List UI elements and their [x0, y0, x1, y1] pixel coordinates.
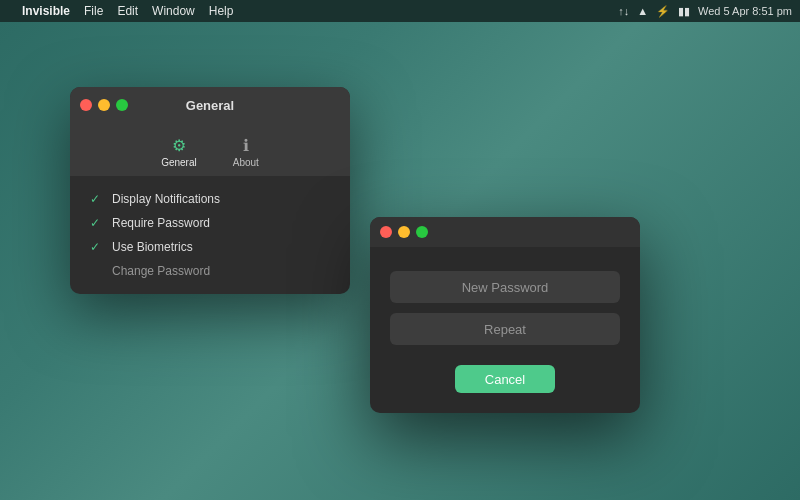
clock-display: Wed 5 Apr 8:51 pm — [698, 5, 792, 17]
general-tab-icon: ⚙ — [169, 135, 189, 155]
menu-file[interactable]: File — [84, 4, 103, 18]
check-notifications-icon: ✓ — [90, 192, 104, 206]
change-password-link[interactable]: Change Password — [112, 264, 330, 278]
general-titlebar: General — [70, 87, 350, 123]
general-window: General ⚙ General ℹ About ✓ Display Noti… — [70, 87, 350, 294]
minimize-button[interactable] — [98, 99, 110, 111]
network-icon: ↑↓ — [618, 5, 629, 17]
tab-general[interactable]: ⚙ General — [153, 131, 205, 172]
general-title: General — [186, 98, 234, 113]
general-content: ✓ Display Notifications ✓ Require Passwo… — [70, 176, 350, 294]
menu-help[interactable]: Help — [209, 4, 234, 18]
check-biometrics-icon: ✓ — [90, 240, 104, 254]
general-tabs: ⚙ General ℹ About — [70, 123, 350, 176]
cancel-button[interactable]: Cancel — [455, 365, 555, 393]
maximize-button[interactable] — [116, 99, 128, 111]
bluetooth-icon: ⚡ — [656, 5, 670, 18]
new-password-input[interactable] — [390, 271, 620, 303]
desktop: General ⚙ General ℹ About ✓ Display Noti… — [0, 22, 800, 500]
password-titlebar — [370, 217, 640, 247]
password-window-controls — [380, 226, 428, 238]
password-label: Require Password — [112, 216, 210, 230]
password-maximize-button[interactable] — [416, 226, 428, 238]
close-button[interactable] — [80, 99, 92, 111]
password-close-button[interactable] — [380, 226, 392, 238]
menubar: Invisible File Edit Window Help ↑↓ ▲ ⚡ ▮… — [0, 0, 800, 22]
about-tab-icon: ℹ — [236, 135, 256, 155]
menu-edit[interactable]: Edit — [117, 4, 138, 18]
biometrics-label: Use Biometrics — [112, 240, 193, 254]
tab-about[interactable]: ℹ About — [225, 131, 267, 172]
general-tab-label: General — [161, 157, 197, 168]
about-tab-label: About — [233, 157, 259, 168]
battery-icon: ▮▮ — [678, 5, 690, 18]
checkbox-biometrics[interactable]: ✓ Use Biometrics — [90, 240, 330, 254]
window-controls — [80, 99, 128, 111]
check-password-icon: ✓ — [90, 216, 104, 230]
password-dialog: Cancel — [370, 217, 640, 413]
menubar-left: Invisible File Edit Window Help — [8, 4, 233, 18]
wifi-icon: ▲ — [637, 5, 648, 17]
repeat-password-input[interactable] — [390, 313, 620, 345]
app-name[interactable]: Invisible — [22, 4, 70, 18]
password-body: Cancel — [370, 247, 640, 413]
password-minimize-button[interactable] — [398, 226, 410, 238]
menu-window[interactable]: Window — [152, 4, 195, 18]
notifications-label: Display Notifications — [112, 192, 220, 206]
checkbox-notifications[interactable]: ✓ Display Notifications — [90, 192, 330, 206]
checkbox-password[interactable]: ✓ Require Password — [90, 216, 330, 230]
menubar-right: ↑↓ ▲ ⚡ ▮▮ Wed 5 Apr 8:51 pm — [618, 5, 792, 18]
